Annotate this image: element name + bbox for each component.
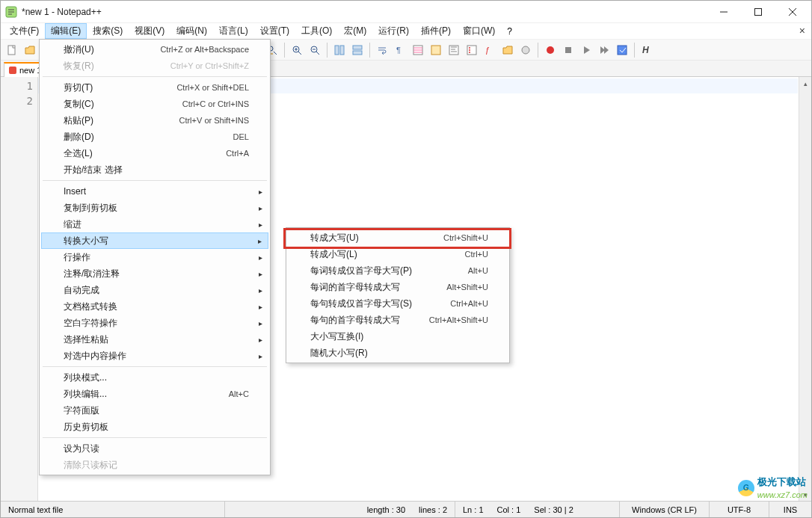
line-number: 1 xyxy=(1,78,33,93)
svg-line-38 xyxy=(316,52,319,55)
status-cursor: Ln : 1 Col : 1 Sel : 30 | 2 xyxy=(455,502,620,517)
menu-item[interactable]: 撤消(U)Ctrl+Z or Alt+Backspace xyxy=(41,41,268,58)
indent-guide-icon[interactable] xyxy=(410,42,426,58)
svg-point-55 xyxy=(522,46,529,54)
menu-item[interactable]: 剪切(T)Ctrl+X or Shift+DEL xyxy=(41,79,268,96)
monitor-icon[interactable] xyxy=(517,42,534,58)
svg-text:¶: ¶ xyxy=(396,46,401,55)
open-file-icon[interactable] xyxy=(22,42,38,58)
svg-rect-50 xyxy=(467,46,476,55)
folder-workspace-icon[interactable] xyxy=(499,42,516,58)
close-doc-button[interactable]: × xyxy=(796,25,808,37)
menu-item[interactable]: 列块模式... xyxy=(41,369,268,386)
line-number: 2 xyxy=(1,93,33,108)
submenu-item[interactable]: 转成大写(U)Ctrl+Shift+U xyxy=(288,229,508,246)
submenu-arrow-icon: ▸ xyxy=(259,253,262,262)
record-macro-icon[interactable] xyxy=(542,42,559,58)
menu-item[interactable]: Insert▸ xyxy=(41,183,268,200)
stop-macro-icon[interactable] xyxy=(560,42,576,58)
submenu-arrow-icon: ▸ xyxy=(259,221,262,229)
submenu-arrow-icon: ▸ xyxy=(258,237,262,245)
status-encoding[interactable]: UTF-8 xyxy=(710,502,769,517)
submenu-item[interactable]: 转成小写(L)Ctrl+U xyxy=(288,246,508,262)
menu-settings[interactable]: 设置(T) xyxy=(254,23,295,39)
maximize-button[interactable] xyxy=(741,1,775,23)
svg-rect-48 xyxy=(431,46,440,55)
menu-item[interactable]: 行操作▸ xyxy=(41,249,268,265)
tab-label: new 1 xyxy=(19,66,41,75)
status-insert-mode[interactable]: INS xyxy=(769,502,811,517)
sync-v-icon[interactable] xyxy=(331,42,348,58)
menu-item[interactable]: 列块编辑...Alt+C xyxy=(41,386,268,402)
menu-item[interactable]: 注释/取消注释▸ xyxy=(41,265,268,282)
save-macro-icon[interactable] xyxy=(614,42,630,58)
play-multi-icon[interactable] xyxy=(596,42,612,58)
menu-help[interactable]: ? xyxy=(501,23,518,39)
menu-language[interactable]: 语言(L) xyxy=(213,23,254,39)
titlebar: *new 1 - Notepad++ xyxy=(1,1,811,23)
submenu-item[interactable]: 每句的首字母转成大写Ctrl+Alt+Shift+U xyxy=(288,312,508,328)
doc-list-icon[interactable] xyxy=(464,42,480,58)
menu-item[interactable]: 历史剪切板 xyxy=(41,419,268,435)
play-macro-icon[interactable] xyxy=(578,42,594,58)
minimize-button[interactable] xyxy=(707,1,741,23)
menu-item[interactable]: 空白字符操作▸ xyxy=(41,315,268,331)
scroll-up-icon[interactable]: ▴ xyxy=(799,77,811,90)
submenu-arrow-icon: ▸ xyxy=(259,319,262,327)
zoom-out-icon[interactable] xyxy=(307,42,323,58)
menu-encoding[interactable]: 编码(N) xyxy=(170,23,213,39)
menu-macro[interactable]: 宏(M) xyxy=(338,23,372,39)
submenu-arrow-icon: ▸ xyxy=(259,188,262,196)
submenu-item[interactable]: 每词的首字母转成大写Alt+Shift+U xyxy=(288,279,508,295)
zoom-in-icon[interactable] xyxy=(289,42,305,58)
menu-item[interactable]: 对选中内容操作▸ xyxy=(41,348,268,364)
show-all-chars-icon[interactable]: ¶ xyxy=(392,42,408,58)
menu-item[interactable]: 粘贴(P)Ctrl+V or Shift+INS xyxy=(41,112,268,129)
menu-item[interactable]: 缩进▸ xyxy=(41,216,268,232)
menu-item[interactable]: 全选(L)Ctrl+A xyxy=(41,145,268,161)
menu-run[interactable]: 运行(R) xyxy=(372,23,415,39)
menu-item[interactable]: 复制(C)Ctrl+C or Ctrl+INS xyxy=(41,96,268,112)
menu-search[interactable]: 搜索(S) xyxy=(87,23,129,39)
doc-map-icon[interactable] xyxy=(446,42,462,58)
menu-view[interactable]: 视图(V) xyxy=(129,23,170,39)
submenu-arrow-icon: ▸ xyxy=(259,336,262,344)
menu-edit[interactable]: 编辑(E) xyxy=(45,23,87,39)
menu-item[interactable]: 复制到剪切板▸ xyxy=(41,200,268,216)
submenu-item[interactable]: 随机大小写(R) xyxy=(288,345,508,361)
spellcheck-icon[interactable]: H xyxy=(639,42,655,58)
menu-item[interactable]: 开始/结束 选择 xyxy=(41,161,268,178)
submenu-arrow-icon: ▸ xyxy=(259,270,262,278)
unsaved-indicator-icon xyxy=(9,67,16,74)
submenu-item[interactable]: 每句转成仅首字母大写(S)Ctrl+Alt+U xyxy=(288,295,508,312)
wordwrap-icon[interactable] xyxy=(374,42,390,58)
menu-tools[interactable]: 工具(O) xyxy=(295,23,338,39)
new-file-icon[interactable] xyxy=(4,42,20,58)
vertical-scrollbar[interactable]: ▴ ▾ xyxy=(799,77,811,501)
sync-h-icon[interactable] xyxy=(349,42,366,58)
menu-item[interactable]: 删除(D)DEL xyxy=(41,129,268,145)
submenu-item[interactable]: 每词转成仅首字母大写(P)Alt+U xyxy=(288,262,508,279)
close-button[interactable] xyxy=(775,1,810,23)
menu-item[interactable]: 选择性粘贴▸ xyxy=(41,331,268,348)
menu-item[interactable]: 字符面版 xyxy=(41,402,268,419)
svg-rect-2 xyxy=(755,8,762,15)
menu-item[interactable]: 自动完成▸ xyxy=(41,282,268,298)
submenu-arrow-icon: ▸ xyxy=(259,286,262,295)
svg-point-52 xyxy=(469,49,470,51)
menu-item[interactable]: 文档格式转换▸ xyxy=(41,298,268,315)
case-conversion-submenu: 转成大写(U)Ctrl+Shift+U转成小写(L)Ctrl+U每词转成仅首字母… xyxy=(286,227,510,363)
menu-item[interactable]: 设为只读 xyxy=(41,440,268,457)
svg-text:H: H xyxy=(642,45,649,55)
menu-file[interactable]: 文件(F) xyxy=(4,23,45,39)
func-list-icon[interactable]: ƒ xyxy=(482,42,498,58)
menu-plugins[interactable]: 插件(P) xyxy=(415,23,457,39)
menu-window[interactable]: 窗口(W) xyxy=(457,23,501,39)
submenu-item[interactable]: 大小写互换(I) xyxy=(288,328,508,345)
menu-item: 清除只读标记 xyxy=(41,457,268,473)
menu-item[interactable]: 转换大小写▸ xyxy=(41,232,268,249)
status-eol[interactable]: Windows (CR LF) xyxy=(620,502,710,517)
watermark-logo-icon: G xyxy=(738,480,754,496)
status-filetype: Normal text file xyxy=(1,502,225,517)
user-lang-icon[interactable] xyxy=(428,42,444,58)
